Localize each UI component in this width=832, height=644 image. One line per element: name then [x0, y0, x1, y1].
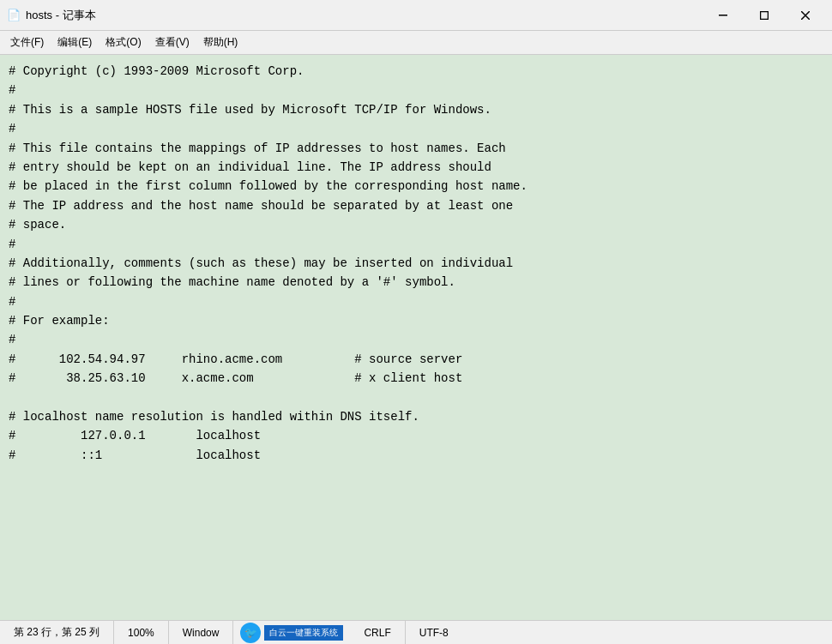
title-controls — [703, 3, 825, 27]
menu-bar: 文件(F) 编辑(E) 格式(O) 查看(V) 帮助(H) — [0, 31, 832, 55]
editor-container: # Copyright (c) 1993-2009 Microsoft Corp… — [0, 55, 832, 620]
menu-file[interactable]: 文件(F) — [3, 33, 51, 52]
svg-rect-0 — [719, 15, 727, 16]
menu-help[interactable]: 帮助(H) — [196, 33, 245, 52]
svg-rect-1 — [761, 11, 769, 19]
status-platform: Window — [169, 621, 234, 644]
maximize-button[interactable] — [745, 3, 784, 27]
menu-view[interactable]: 查看(V) — [148, 33, 196, 52]
status-line-ending: CRLF — [350, 621, 405, 644]
window-title: hosts - 记事本 — [26, 8, 96, 23]
editor-content[interactable]: # Copyright (c) 1993-2009 Microsoft Corp… — [0, 55, 832, 620]
watermark: 🐦 白云一键重装系统 — [233, 623, 350, 643]
menu-edit[interactable]: 编辑(E) — [51, 33, 99, 52]
status-position: 第 23 行，第 25 列 — [0, 621, 114, 644]
status-zoom: 100% — [114, 621, 169, 644]
minimize-button[interactable] — [703, 3, 743, 27]
twitter-icon: 🐦 — [240, 623, 261, 643]
status-bar: 第 23 行，第 25 列 100% Window 🐦 白云一键重装系统 CRL… — [0, 620, 832, 644]
title-bar: 📄 hosts - 记事本 — [0, 0, 832, 31]
watermark-text: 白云一键重装系统 — [264, 625, 343, 641]
app-icon: 📄 — [7, 9, 21, 22]
menu-format[interactable]: 格式(O) — [99, 33, 148, 52]
close-button[interactable] — [786, 3, 825, 27]
status-encoding: UTF-8 — [406, 621, 462, 644]
title-bar-left: 📄 hosts - 记事本 — [7, 8, 96, 23]
